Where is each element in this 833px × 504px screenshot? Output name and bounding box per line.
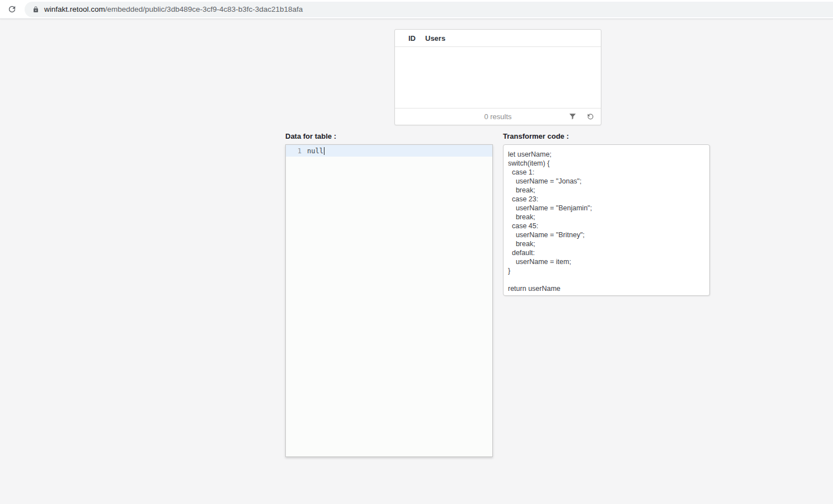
data-for-table-label: Data for table : [285, 132, 336, 140]
column-header-id[interactable]: ID [408, 34, 416, 43]
column-header-users[interactable]: Users [425, 34, 445, 43]
url-path: /embedded/public/3db489ce-3cf9-4c83-b3fc… [105, 5, 303, 13]
reload-icon [7, 4, 17, 14]
data-editor[interactable]: 1 null [285, 144, 493, 457]
url-text: winfakt.retool.com/embedded/public/3db48… [44, 5, 303, 13]
transformer-code-text: let userName; switch(item) { case 1: use… [503, 145, 709, 293]
text-cursor [324, 147, 324, 155]
reload-button[interactable] [2, 0, 21, 19]
editor-code-text: null [307, 147, 323, 155]
users-table: ID Users 0 results [394, 29, 601, 125]
url-domain: winfakt.retool.com [44, 5, 105, 13]
table-body-empty [395, 47, 601, 108]
table-footer: 0 results [395, 108, 601, 125]
lock-icon[interactable] [32, 6, 39, 13]
line-number: 1 [286, 147, 307, 155]
refresh-icon[interactable] [585, 112, 595, 122]
filter-funnel-icon[interactable] [567, 112, 577, 122]
transformer-code-label: Transformer code : [503, 132, 569, 140]
transformer-code-box[interactable]: let userName; switch(item) { case 1: use… [503, 144, 710, 296]
editor-line-1[interactable]: 1 null [286, 145, 492, 157]
app-canvas: ID Users 0 results Data for table : [0, 20, 833, 504]
table-header-row: ID Users [395, 30, 601, 47]
browser-toolbar: winfakt.retool.com/embedded/public/3db48… [0, 0, 833, 19]
url-bar[interactable]: winfakt.retool.com/embedded/public/3db48… [25, 2, 833, 17]
